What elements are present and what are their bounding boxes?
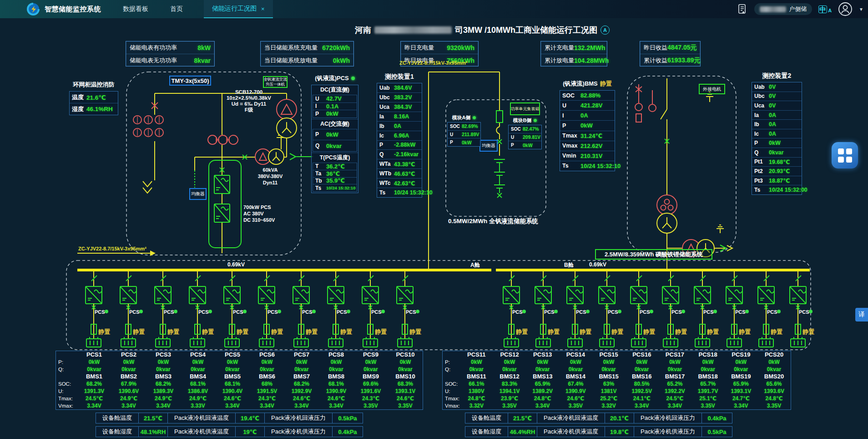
table-cell: 1391.5V bbox=[250, 388, 284, 395]
language-toggle-icon[interactable]: 中 A bbox=[818, 5, 832, 13]
status-dot bbox=[534, 119, 537, 122]
pcs-unit[interactable]: PCS静置 bbox=[284, 271, 318, 350]
report-icon[interactable] bbox=[737, 4, 748, 15]
pcs-unit[interactable]: PCS静置 bbox=[388, 271, 422, 350]
field-value: 36℃ bbox=[326, 170, 340, 177]
field-row: P0kW bbox=[752, 138, 802, 148]
field-label: P bbox=[450, 140, 462, 145]
panel-title-text: (钒液流)BMS bbox=[563, 80, 598, 88]
field-value: 46.1%RH bbox=[86, 106, 113, 112]
table-cell: 0kW bbox=[250, 358, 284, 366]
table-cell: 0kW bbox=[215, 358, 250, 366]
tab-storage-diagram[interactable]: 储能运行工况图 × bbox=[204, 0, 273, 18]
pcs-unit[interactable]: PCS静置 bbox=[685, 271, 720, 350]
nav-item-dashboard[interactable]: 数据看板 bbox=[123, 5, 148, 13]
field-label: T bbox=[315, 163, 326, 169]
scb-line: F级 bbox=[225, 107, 273, 113]
title-badge-icon[interactable]: A bbox=[601, 26, 610, 35]
field-value: 10/24 15:32:00 bbox=[769, 187, 807, 193]
pcs700-line: DC 310~650V bbox=[243, 217, 284, 223]
user-account-box[interactable]: 户侧储 bbox=[754, 3, 812, 15]
table-cell: 0kvar bbox=[77, 366, 111, 373]
table-cell: BMS13 bbox=[526, 373, 559, 380]
pcs-unit[interactable]: PCS静置 bbox=[558, 271, 592, 350]
field-value: 212.62V bbox=[580, 143, 602, 149]
row-label: Tmax: bbox=[443, 395, 460, 402]
table-cell: BMS15 bbox=[592, 373, 626, 380]
pcs-unit[interactable]: PCS静置 bbox=[621, 271, 656, 350]
field-label: Ubc bbox=[379, 94, 394, 101]
app-grid-button[interactable] bbox=[832, 142, 858, 168]
field-row: Ib0A bbox=[752, 119, 802, 129]
table-row: PCS1PCS2PCS3PCS4PCS5PCS6PCS7PCS8PCS9PCS1… bbox=[56, 351, 423, 358]
lang-zh: 中 bbox=[818, 5, 827, 13]
stat-value: 8kvar bbox=[194, 57, 211, 64]
table-cell: 0kvar bbox=[592, 366, 626, 373]
t60-line: Dyn11 bbox=[253, 179, 288, 186]
table-cell: 0kW bbox=[146, 358, 181, 366]
stat-value: 104.28MWh bbox=[574, 57, 609, 64]
pcs-unit[interactable]: PCS静置 bbox=[76, 271, 111, 350]
pcs-unit[interactable]: PCS静置 bbox=[653, 271, 688, 350]
pcs-unit[interactable]: PCS静置 bbox=[353, 271, 388, 350]
pcs-idle-label: 静置 bbox=[133, 328, 145, 335]
table-cell: 3.34V bbox=[658, 402, 691, 409]
table-cell: 1393.6V bbox=[757, 388, 791, 395]
table-cell: 0kW bbox=[559, 358, 592, 366]
pcs-unit[interactable]: PCS静置 bbox=[590, 271, 624, 350]
field-label: WTb bbox=[379, 170, 394, 177]
table-row: BMS1BMS2BMS3BMS4BMS5BMS6BMS7BMS8BMS9BMS1… bbox=[56, 373, 423, 380]
table-cell: 1390.9V bbox=[559, 388, 592, 395]
pcs-unit-label: PCS bbox=[640, 309, 650, 315]
compartment-b-label: B舱 bbox=[564, 261, 574, 269]
pcs-unit[interactable]: PCS静置 bbox=[717, 271, 752, 350]
field-value: 0A bbox=[769, 131, 776, 137]
table-cell: 0kvar bbox=[559, 366, 592, 373]
field-value: 383.2V bbox=[394, 94, 412, 101]
table-row: Tmax:24.8℃23.9℃24.8℃24.6℃25.2℃24.1℃24.5℃… bbox=[443, 395, 791, 402]
table-cell: 0kW bbox=[388, 358, 423, 366]
pcs-unit[interactable]: PCS静置 bbox=[494, 271, 529, 350]
field-label: SOC bbox=[511, 127, 523, 132]
field-row: U421.28V bbox=[560, 100, 615, 110]
tab-close-icon[interactable]: × bbox=[261, 5, 265, 12]
table-cell: BMS6 bbox=[250, 373, 284, 380]
pcs-unit[interactable]: PCS静置 bbox=[146, 271, 180, 350]
table-cell: 1393.1V bbox=[725, 388, 758, 395]
pcs-unit[interactable]: PCS静置 bbox=[781, 271, 815, 350]
pcs-unit[interactable]: PCS静置 bbox=[526, 271, 560, 350]
field-row: Ubc383.2V bbox=[377, 92, 422, 102]
avatar-icon[interactable] bbox=[838, 2, 853, 16]
table-cell: PCS1 bbox=[77, 351, 111, 358]
nav-item-home[interactable]: 首页 bbox=[170, 5, 183, 13]
table-cell: 24.8℃ bbox=[757, 395, 791, 402]
table-cell: 3.34V bbox=[319, 402, 353, 409]
pcs-unit[interactable]: PCS静置 bbox=[318, 271, 353, 350]
table-cell: 24.6℃ bbox=[215, 395, 250, 402]
status-dot bbox=[312, 310, 316, 313]
pcs-unit-label: PCS bbox=[544, 309, 555, 315]
table-cell: 0kvar bbox=[460, 366, 493, 373]
pcs-unit[interactable]: PCS静置 bbox=[215, 271, 249, 350]
field-row: 温度21.6℃ bbox=[70, 92, 118, 103]
field-label: Ic bbox=[754, 131, 769, 137]
pcs-unit[interactable]: PCS静置 bbox=[111, 271, 146, 350]
stat-value: 4847.05元 bbox=[667, 44, 697, 52]
field-label: U bbox=[315, 96, 326, 102]
table-cell: 24.7℃ bbox=[725, 395, 758, 402]
stat-row: 当日储能系统放电量0kWh bbox=[261, 54, 353, 66]
table-cell: PCS11 bbox=[460, 351, 493, 358]
booster-line: 全钒液流交流 bbox=[264, 77, 287, 82]
field-label: SOC bbox=[450, 124, 462, 129]
pcs-unit[interactable]: PCS静置 bbox=[249, 271, 284, 350]
table-cell: 0kvar bbox=[215, 366, 250, 373]
env-value: 0.4kPa bbox=[701, 413, 732, 424]
caret-down-icon[interactable]: ▼ bbox=[859, 7, 863, 12]
stat-row: 昨日收益4847.05元 bbox=[640, 41, 700, 54]
field-row: P0kW bbox=[313, 110, 357, 117]
translate-button[interactable]: 译 bbox=[855, 308, 868, 322]
field-value: 0A bbox=[769, 121, 776, 128]
pcs-unit[interactable]: PCS静置 bbox=[749, 271, 783, 350]
pcs-unit[interactable]: PCS静置 bbox=[180, 271, 215, 350]
balancer-box-middle: 均衡器 bbox=[479, 140, 498, 152]
